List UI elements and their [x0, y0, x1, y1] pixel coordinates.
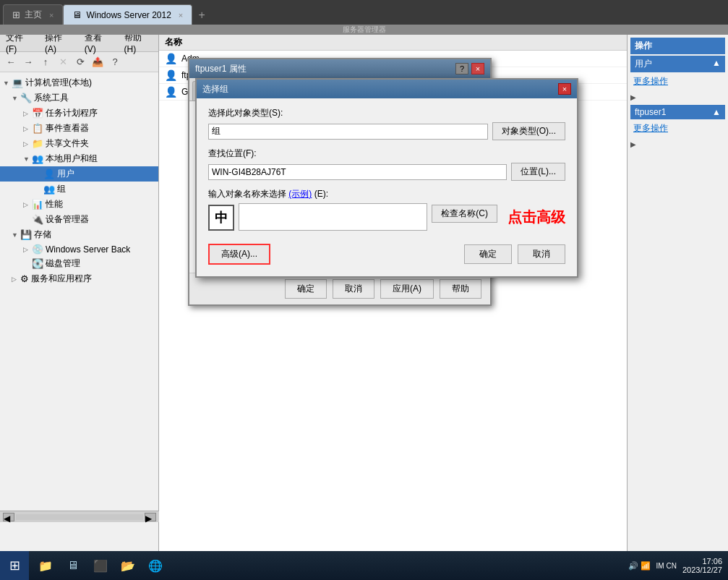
tree-item-system-tools[interactable]: ▼ 🔧 系统工具 — [0, 90, 158, 106]
taskbar-icon-folder[interactable]: 📂 — [115, 553, 141, 579]
users-section: 用户 ▲ — [630, 56, 725, 72]
expand-icon: ▼ — [23, 155, 32, 163]
up-button[interactable]: ↑ — [38, 54, 53, 70]
sm-top-label: 服务器管理器 — [0, 25, 728, 35]
tree-item-computer-mgmt[interactable]: ▼ 💻 计算机管理(本地) — [0, 75, 158, 90]
tree-item-disk-mgmt[interactable]: 💽 磁盘管理 — [0, 256, 158, 271]
services-icon: ⚙ — [20, 273, 29, 284]
h-scrollbar[interactable]: ◀ ▶ — [0, 511, 159, 522]
expand-icon: ▷ — [12, 276, 20, 283]
expand-icon: ▷ — [23, 140, 32, 148]
menu-file[interactable]: 文件(F) — [3, 35, 36, 56]
ftp-titlebar: ftpuser1 属性 ? × — [189, 59, 490, 78]
cancel-button[interactable]: 取消 — [518, 244, 565, 264]
ftp-help-button[interactable]: ? — [455, 63, 468, 74]
back-button[interactable]: ← — [3, 54, 19, 70]
ftpuser1-section: ftpuser1 ▲ — [630, 105, 725, 119]
help-button[interactable]: ? — [107, 54, 123, 70]
advanced-button[interactable]: 高级(A)... — [208, 244, 270, 265]
tree-item-local-users[interactable]: ▼ 👥 本地用户和组 — [0, 151, 158, 166]
expand-icon: ▼ — [12, 231, 20, 239]
stop-button[interactable]: ✕ — [55, 54, 71, 70]
expand-icon: ▲ — [712, 58, 721, 70]
taskbar-icon-server[interactable]: 🖥 — [60, 553, 86, 579]
tree-item-users[interactable]: 👤 用户 — [0, 166, 158, 182]
object-name-area: 中 检查名称(C) 点击高级 — [208, 203, 565, 231]
expand-icon: ▶ — [630, 92, 725, 102]
object-type-button[interactable]: 对象类型(O)... — [492, 122, 565, 140]
cancel-button[interactable]: 取消 — [333, 279, 374, 299]
tree-item-performance[interactable]: ▷ 📊 性能 — [0, 197, 158, 212]
tree-item-ws-backup[interactable]: ▷ 💿 Windows Server Back — [0, 242, 158, 256]
taskbar-icon-network[interactable]: 🌐 — [142, 553, 168, 579]
tab-bar: ⊞ 主页 × 🖥 Windows Server 2012 × + — [0, 0, 728, 25]
object-name-input[interactable] — [239, 203, 427, 231]
refresh-button[interactable]: ⟳ — [72, 54, 88, 70]
tree-item-storage[interactable]: ▼ 💾 存储 — [0, 227, 158, 242]
right-panel: 操作 用户 ▲ 更多操作 ▶ ftpuser1 ▲ 更多操作 ▶ — [627, 35, 728, 551]
menu-help[interactable]: 帮助(H) — [121, 35, 155, 56]
check-names-button[interactable]: 检查名称(C) — [432, 205, 497, 223]
tree-item-groups[interactable]: 👥 组 — [0, 182, 158, 197]
examples-link[interactable]: (示例) — [288, 189, 312, 199]
win2012-tab-icon: 🖥 — [72, 9, 82, 20]
object-type-label: 选择此对象类型(S): — [208, 107, 565, 119]
location-label: 查找位置(F): — [208, 148, 565, 160]
help-button[interactable]: 帮助 — [440, 279, 481, 299]
tab-win2012[interactable]: 🖥 Windows Server 2012 × — [63, 4, 192, 25]
location-input[interactable] — [208, 164, 507, 180]
location-row: 位置(L)... — [208, 163, 565, 181]
home-tab-label: 主页 — [25, 9, 42, 21]
taskbar: ⊞ 📁 🖥 ⬛ 📂 🌐 🔊 📶 IM CN 17:06 2023/12/27 — [0, 551, 728, 580]
tree-item-services-apps[interactable]: ▷ ⚙ 服务和应用程序 — [0, 271, 158, 286]
operations-title: 操作 — [630, 38, 725, 54]
more-ops-link-2[interactable]: 更多操作 — [630, 121, 725, 136]
expand-icon: ▼ — [3, 80, 12, 87]
user-icon: 👤 — [165, 86, 177, 98]
tab-home[interactable]: ⊞ 主页 × — [3, 4, 63, 25]
group-icon: 👥 — [43, 184, 55, 195]
ftp-close-button[interactable]: × — [471, 63, 484, 74]
object-type-input[interactable] — [208, 124, 488, 140]
scroll-track — [16, 514, 143, 520]
sg-close-button[interactable]: × — [558, 83, 571, 95]
more-ops-link-1[interactable]: 更多操作 — [630, 74, 725, 89]
event-icon: 📋 — [32, 123, 43, 134]
tree-item-task-scheduler[interactable]: ▷ 📅 任务计划程序 — [0, 106, 158, 121]
menu-action[interactable]: 操作(A) — [42, 35, 76, 56]
taskbar-right: 🔊 📶 IM CN 17:06 2023/12/27 — [628, 557, 728, 574]
ok-button[interactable]: 确定 — [285, 279, 327, 299]
home-tab-icon: ⊞ — [12, 9, 20, 20]
annotation-text: 点击高级 — [508, 208, 565, 227]
apply-button[interactable]: 应用(A) — [380, 279, 434, 299]
tree-item-event-viewer[interactable]: ▷ 📋 事件查看器 — [0, 121, 158, 136]
users-icon: 👥 — [32, 153, 43, 164]
user-icon: 👤 — [165, 53, 177, 64]
expand-icon: ▷ — [23, 110, 32, 117]
scroll-left[interactable]: ◀ — [3, 513, 14, 521]
disk-icon: 💽 — [32, 258, 43, 269]
ftp-dialog-title: ftpuser1 属性 — [195, 63, 247, 75]
ok-button[interactable]: 确定 — [464, 244, 512, 264]
expand-icon: ▷ — [23, 246, 32, 253]
taskbar-icon-explorer[interactable]: 📁 — [33, 553, 59, 579]
zhong-box: 中 — [208, 205, 234, 231]
export-button[interactable]: 📤 — [90, 54, 106, 70]
win2012-tab-label: Windows Server 2012 — [86, 10, 171, 20]
home-tab-close[interactable]: × — [49, 11, 53, 20]
tree-view: ▼ 💻 计算机管理(本地) ▼ 🔧 系统工具 ▷ 📅 任务计划程序 — [0, 72, 158, 289]
win2012-tab-close[interactable]: × — [179, 11, 183, 20]
list-header: 名称 — [159, 35, 627, 51]
forward-button[interactable]: → — [20, 54, 36, 70]
location-button[interactable]: 位置(L)... — [511, 163, 565, 181]
new-tab-button[interactable]: + — [192, 6, 211, 25]
tree-item-device-manager[interactable]: 🔌 设备管理器 — [0, 212, 158, 227]
start-button[interactable]: ⊞ — [0, 551, 29, 580]
taskbar-icon-terminal[interactable]: ⬛ — [87, 553, 114, 579]
scroll-right[interactable]: ▶ — [145, 513, 156, 521]
menu-view[interactable]: 查看(V) — [82, 35, 116, 56]
tree-item-shared-folders[interactable]: ▷ 📁 共享文件夹 — [0, 136, 158, 151]
folder-icon: 📁 — [32, 138, 43, 149]
expand-icon: ▼ — [12, 95, 20, 102]
backup-icon: 💿 — [32, 244, 43, 255]
